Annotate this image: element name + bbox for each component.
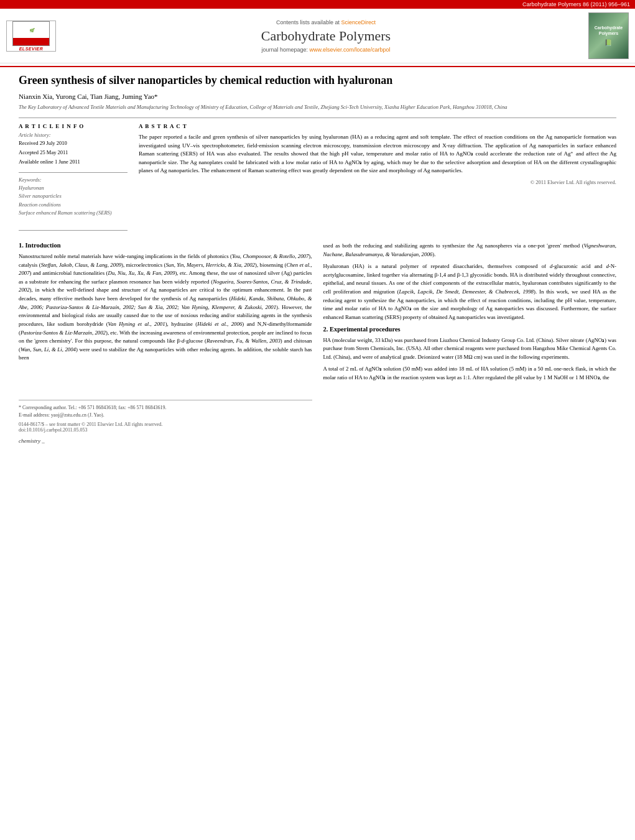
article-info-section: A R T I C L E I N F O Article history: R… [19, 123, 127, 165]
available-date: Available online 1 June 2011 [19, 158, 127, 166]
article-info-header: A R T I C L E I N F O [19, 123, 127, 129]
journal-title-center: Contents lists available at ScienceDirec… [63, 19, 588, 53]
footnote-email: E-mail address: yaoj@zstu.edu.cn (J. Yao… [19, 412, 312, 419]
doi-text: doi:10.1016/j.carbpol.2011.05.053 [19, 427, 312, 433]
contents-text: Contents lists available at [276, 19, 340, 25]
keyword-2: Silver nanoparticles [19, 192, 127, 201]
abstract-header: A B S T R A C T [139, 123, 616, 129]
journal-reference: Carbohydrate Polymers 86 (2011) 956–961 [0, 0, 635, 9]
body-right-col: used as both the reducing and stabilizin… [323, 242, 617, 444]
article-title: Green synthesis of silver nanoparticles … [19, 73, 616, 88]
keyword-4: Surface enhanced Raman scattering (SERS) [19, 209, 127, 218]
article-authors: Nianxin Xia, Yurong Cai, Tian Jiang, Jum… [19, 93, 616, 100]
footnote-block: * Corresponding author. Tel.: +86 571 86… [19, 400, 312, 433]
journal-name: Carbohydrate Polymers [63, 28, 588, 44]
section2-text1: HA (molecular weight, 33 kDa) was purcha… [323, 336, 617, 362]
elsevier-label: ELSEVIER [19, 47, 44, 51]
article-info-col: A R T I C L E I N F O Article history: R… [19, 123, 127, 236]
article-info-abstract: A R T I C L E I N F O Article history: R… [19, 123, 616, 236]
section1-para1: Nanostructured noble metal materials hav… [19, 252, 312, 362]
section1-right-para1: used as both the reducing and stabilizin… [323, 242, 617, 259]
article-affiliation: The Key Laboratory of Advanced Textile M… [19, 104, 616, 111]
abstract-text: The paper reported a facile and green sy… [139, 133, 616, 175]
sciencedirect-text: ScienceDirect [341, 19, 376, 25]
received-date: Received 29 July 2010 [19, 139, 127, 147]
elsevier-logo: 🌿 ELSEVIER [6, 21, 56, 52]
footnote-corresponding: * Corresponding author. Tel.: +86 571 86… [19, 404, 312, 412]
section1-right-para2: Hyaluronan (HA) is a natural polymer of … [323, 262, 617, 321]
keyword-1: Hyaluronan [19, 184, 127, 193]
body-columns: 1. Introduction Nanostructured noble met… [19, 242, 616, 444]
header-main: 🌿 ELSEVIER Contents lists available at S… [0, 9, 635, 63]
article-body: Green synthesis of silver nanoparticles … [0, 67, 635, 450]
history-label: Article history: [19, 132, 127, 138]
keywords-list: Hyaluronan Silver nanoparticles Reaction… [19, 184, 127, 218]
footnotes-section: * Corresponding author. Tel.: +86 571 86… [19, 400, 312, 444]
divider-left-bottom [19, 230, 127, 231]
journal-header: Carbohydrate Polymers 86 (2011) 956–961 … [0, 0, 635, 67]
divider-keywords [19, 172, 127, 173]
chemistry-label: chemistry _ [19, 438, 312, 444]
journal-ref-text: Carbohydrate Polymers 86 (2011) 956–961 [522, 1, 630, 7]
abstract-col: A B S T R A C T The paper reported a fac… [139, 123, 616, 236]
journal-cover-image: Carbohydrate Polymers 📗 [588, 12, 629, 59]
journal-homepage: journal homepage: www.elsevier.com/locat… [63, 47, 588, 53]
keywords-label: Keywords: [19, 177, 127, 183]
homepage-url: www.elsevier.com/locate/carbpol [310, 47, 391, 53]
sciencedirect-link: Contents lists available at ScienceDirec… [63, 19, 588, 25]
abstract-section: A B S T R A C T The paper reported a fac… [139, 123, 616, 185]
section1-title: 1. Introduction [19, 242, 312, 249]
accepted-date: Accepted 25 May 2011 [19, 149, 127, 157]
section2-title: 2. Experimental procedures [323, 326, 617, 333]
keywords-section: Keywords: Hyaluronan Silver nanoparticle… [19, 177, 127, 218]
section2-text2: A total of 2 mL of AgNO₃ solution (50 mM… [323, 365, 617, 382]
license-text: 0144-8617/$ – see front matter © 2011 El… [19, 422, 312, 427]
homepage-label: journal homepage: [261, 47, 308, 53]
copyright-line: © 2011 Elsevier Ltd. All rights reserved… [139, 179, 616, 185]
body-left-col: 1. Introduction Nanostructured noble met… [19, 242, 312, 444]
keyword-3: Reaction conditions [19, 201, 127, 210]
divider-top [19, 118, 616, 118]
